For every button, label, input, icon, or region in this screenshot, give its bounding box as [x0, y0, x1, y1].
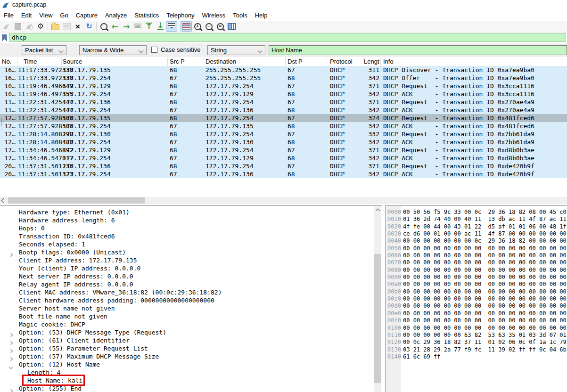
packet-row[interactable]: 16…11:17:33.972330172.17.79.25467255.255…	[0, 74, 567, 82]
hex-row[interactable]: 00a000 00 00 00 00 00 00 00 00 00 00 00 …	[386, 281, 567, 288]
hex-row[interactable]: 00f000 00 00 00 00 00 00 00 00 00 00 00 …	[386, 317, 567, 324]
menu-view[interactable]: View	[35, 10, 56, 20]
display-filter-input[interactable]	[9, 33, 566, 42]
restart-capture-button[interactable]	[24, 21, 35, 32]
colorize-button[interactable]	[181, 21, 192, 32]
go-first-packet-button[interactable]: ↑	[143, 21, 155, 32]
packet-row[interactable]: 10…11:19:46.497355172.17.79.25467172.17.…	[0, 90, 567, 98]
reload-file-button[interactable]: ↻	[83, 21, 95, 32]
packet-row[interactable]: 10…11:19:46.496649172.17.79.12968172.17.…	[0, 82, 567, 90]
open-file-button[interactable]	[49, 21, 61, 32]
zoom-in-button[interactable]: +	[192, 21, 203, 32]
search-charset-select[interactable]: Narrow & Wide	[79, 45, 147, 55]
menu-wireless[interactable]: Wireless	[198, 10, 229, 20]
detail-line[interactable]: Option: (12) Host Name	[0, 361, 372, 369]
detail-line[interactable]: Option: (61) Client identifier	[0, 337, 372, 345]
hex-row[interactable]: 014061 6c 69 ff	[386, 353, 567, 360]
menu-file[interactable]: File	[0, 10, 17, 20]
menu-telephony[interactable]: Telephony	[163, 10, 198, 20]
menu-analyze[interactable]: Analyze	[101, 10, 131, 20]
column-separator[interactable]	[363, 57, 363, 65]
stop-capture-button[interactable]	[12, 21, 24, 32]
horizontal-scrollbar[interactable]	[0, 197, 567, 204]
packet-row[interactable]: 16…11:17:33.972330172.17.79.13568255.255…	[0, 66, 567, 74]
column-header-destination[interactable]: Destination	[205, 58, 236, 65]
scroll-left-arrow-icon[interactable]	[1, 198, 6, 203]
detail-line[interactable]: Boot file name not given	[0, 313, 372, 321]
hex-row[interactable]: 010000 00 00 00 00 00 00 00 00 00 00 00 …	[386, 325, 567, 332]
detail-line[interactable]: Magic cookie: DHCP	[0, 321, 372, 329]
filter-bookmark-icon[interactable]	[2, 34, 7, 41]
menu-help[interactable]: Help	[251, 10, 271, 20]
column-separator[interactable]	[327, 57, 327, 65]
details-vertical-scrollbar[interactable]	[374, 206, 381, 392]
detail-line[interactable]: Option: (57) Maximum DHCP Message Size	[0, 353, 372, 361]
packet-row[interactable]: 11…11:22:31.425444172.17.79.25467172.17.…	[0, 106, 567, 114]
go-back-button[interactable]: ←	[109, 21, 121, 32]
hex-row[interactable]: 006000 00 00 00 00 00 00 00 00 00 00 00 …	[386, 252, 567, 259]
hex-row[interactable]: 00b000 00 00 00 00 00 00 00 00 00 00 00 …	[386, 288, 567, 295]
save-file-button[interactable]: 010	[61, 21, 72, 32]
packet-row[interactable]: 20…11:37:31.501236172.17.79.13668172.17.…	[0, 162, 567, 170]
column-separator[interactable]	[380, 57, 381, 65]
column-header-no-[interactable]: No.	[2, 58, 11, 65]
hex-row[interactable]: 00204f fe 00 44 00 43 01 22 d5 af 01 01 …	[386, 223, 567, 230]
auto-scroll-button[interactable]	[166, 21, 177, 32]
detail-line[interactable]: Client hardware address padding: 0000000…	[0, 297, 372, 305]
column-header-time[interactable]: Time	[24, 58, 37, 65]
detail-line[interactable]: Hops: 0	[0, 225, 372, 233]
hex-row[interactable]: 007000 00 00 00 00 00 00 00 00 00 00 00 …	[386, 259, 567, 266]
packet-row[interactable]: 17…11:34:46.547017172.17.79.25467172.17.…	[0, 154, 567, 162]
hex-row[interactable]: 00e000 00 00 00 00 00 00 00 00 00 00 00 …	[386, 310, 567, 317]
detail-line[interactable]: Bootp flags: 0x0000 (Unicast)	[0, 249, 372, 257]
detail-line[interactable]: Hardware address length: 6	[0, 217, 372, 225]
column-separator[interactable]	[167, 57, 168, 65]
menu-go[interactable]: Go	[56, 10, 72, 20]
go-to-packet-button[interactable]	[132, 21, 143, 32]
hex-row[interactable]: 008000 00 00 00 00 00 00 00 00 00 00 00 …	[386, 267, 567, 274]
column-header-src-p[interactable]: Src P	[170, 58, 185, 65]
hex-row[interactable]: 005000 00 00 00 00 00 00 00 00 00 00 00 …	[386, 245, 567, 252]
menu-capture[interactable]: Capture	[72, 10, 101, 20]
hex-row[interactable]: 00d000 00 00 00 00 00 00 00 00 00 00 00 …	[386, 302, 567, 310]
zoom-out-button[interactable]: −	[203, 21, 214, 32]
column-separator[interactable]	[285, 57, 286, 65]
hex-row[interactable]: 001001 36 2d 74 40 00 40 11 13 db ac 11 …	[386, 216, 567, 223]
packet-row[interactable]: 20…11:37:31.501323172.17.79.25467172.17.…	[0, 170, 567, 178]
hex-row[interactable]: 00c000 00 00 00 00 00 00 00 00 00 00 00 …	[386, 295, 567, 302]
detail-line[interactable]: Relay agent IP address: 0.0.0.0	[0, 281, 372, 289]
detail-line[interactable]: Transaction ID: 0x481fced6	[0, 233, 372, 241]
hex-row[interactable]: 0030ce d6 00 01 00 00 ac 11 4f 87 00 00 …	[386, 230, 567, 237]
close-file-button[interactable]: ×	[72, 21, 83, 32]
expand-arrow-right-icon[interactable]	[9, 387, 12, 392]
column-header-protocol[interactable]: Protocol	[330, 58, 353, 65]
hex-row[interactable]: 012000 0c 29 36 18 82 37 11 01 02 06 0c …	[386, 339, 567, 346]
scrollbar-thumb[interactable]	[8, 197, 145, 204]
column-header-info[interactable]: Info	[383, 58, 394, 65]
menu-tools[interactable]: Tools	[229, 10, 251, 20]
column-separator[interactable]	[204, 57, 204, 65]
detail-line[interactable]: Your (client) IP address: 0.0.0.0	[0, 265, 372, 273]
zoom-normal-button[interactable]: =	[214, 21, 226, 32]
packet-row[interactable]: 11…11:22:31.425444172.17.79.13668172.17.…	[0, 98, 567, 106]
column-header-source[interactable]: Source	[63, 58, 82, 65]
go-last-packet-button[interactable]: ↓	[155, 21, 166, 32]
case-sensitive-checkbox[interactable]	[151, 47, 157, 53]
scrollbar-thumb[interactable]	[374, 254, 381, 383]
column-header-length[interactable]: Length	[364, 58, 379, 65]
detail-line[interactable]: Option: (53) DHCP Message Type (Request)	[0, 329, 372, 337]
detail-line[interactable]: Client IP address: 172.17.79.135	[0, 257, 372, 265]
menu-statistics[interactable]: Statistics	[131, 10, 163, 20]
hex-row[interactable]: 000000 50 56 f5 9c 33 00 0c 29 36 18 82 …	[386, 209, 567, 216]
hex-row[interactable]: 004000 00 00 00 00 00 00 0c 29 36 18 82 …	[386, 237, 567, 245]
detail-line[interactable]: Option: (255) End	[0, 385, 372, 392]
column-header-dst-p[interactable]: Dst P	[288, 58, 303, 65]
detail-line[interactable]: Server host name not given	[0, 305, 372, 313]
find-packet-button[interactable]	[98, 21, 109, 32]
hex-row[interactable]: 009000 00 00 00 00 00 00 00 00 00 00 00 …	[386, 274, 567, 281]
detail-line[interactable]: Seconds elapsed: 1	[0, 241, 372, 249]
menu-edit[interactable]: Edit	[17, 10, 35, 20]
packet-row[interactable]: 12…11:28:14.808298172.17.79.13068172.17.…	[0, 130, 567, 138]
capture-options-button[interactable]: ⚙	[35, 21, 46, 32]
start-capture-button[interactable]	[1, 21, 12, 32]
